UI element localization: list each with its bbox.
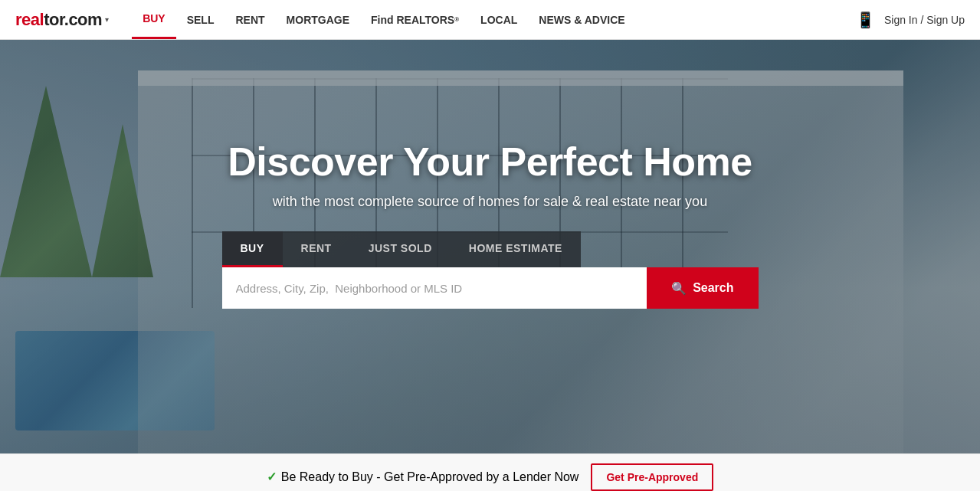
nav-item-buy[interactable]: BUY (132, 0, 176, 39)
logo-chevron-icon[interactable]: ▾ (105, 15, 109, 24)
search-icon: 🔍 (671, 281, 687, 296)
hero-title: Discover Your Perfect Home (15, 139, 965, 185)
logo: realtor.com (15, 10, 102, 30)
search-tab-buy[interactable]: BUY (222, 231, 283, 267)
logo-real: real (15, 10, 44, 29)
search-container: BUY RENT JUST SOLD HOME ESTIMATE 🔍 Searc… (222, 231, 759, 309)
nav-item-mortgage[interactable]: MORTGAGE (276, 0, 360, 39)
nav-item-rent[interactable]: RENT (225, 0, 275, 39)
main-nav: BUY SELL RENT MORTGAGE Find REALTORS® LO… (132, 0, 856, 39)
header: realtor.com ▾ BUY SELL RENT MORTGAGE Fin… (0, 0, 980, 40)
nav-item-news-advice[interactable]: NEWS & ADVICE (528, 0, 635, 39)
search-input[interactable] (222, 267, 647, 309)
hero-content: Discover Your Perfect Home with the most… (0, 139, 980, 309)
nav-item-find-realtors[interactable]: Find REALTORS® (360, 0, 470, 39)
hero-section: Discover Your Perfect Home with the most… (0, 40, 980, 453)
nav-item-sell[interactable]: SELL (176, 0, 225, 39)
preapprove-text: ✓Be Ready to Buy - Get Pre-Approved by a… (267, 470, 579, 484)
preapproved-button[interactable]: Get Pre-Approved (591, 463, 713, 491)
search-button[interactable]: 🔍 Search (647, 267, 758, 309)
nav-item-local[interactable]: LOCAL (470, 0, 528, 39)
mobile-icon[interactable]: 📱 (856, 11, 875, 29)
header-right: 📱 Sign In / Sign Up (856, 11, 965, 29)
logo-area[interactable]: realtor.com ▾ (15, 10, 109, 30)
search-tab-home-estimate[interactable]: HOME ESTIMATE (451, 231, 581, 267)
search-tabs: BUY RENT JUST SOLD HOME ESTIMATE (222, 231, 759, 267)
check-icon: ✓ (267, 470, 277, 483)
search-bar: 🔍 Search (222, 267, 759, 309)
search-tab-rent[interactable]: RENT (283, 231, 350, 267)
logo-torcom: tor.com (44, 10, 102, 29)
search-button-label: Search (693, 281, 733, 295)
hero-subtitle: with the most complete source of homes f… (15, 194, 965, 210)
signin-link[interactable]: Sign In / Sign Up (884, 14, 965, 26)
search-tab-just-sold[interactable]: JUST SOLD (350, 231, 451, 267)
bottom-bar: ✓Be Ready to Buy - Get Pre-Approved by a… (0, 453, 980, 491)
